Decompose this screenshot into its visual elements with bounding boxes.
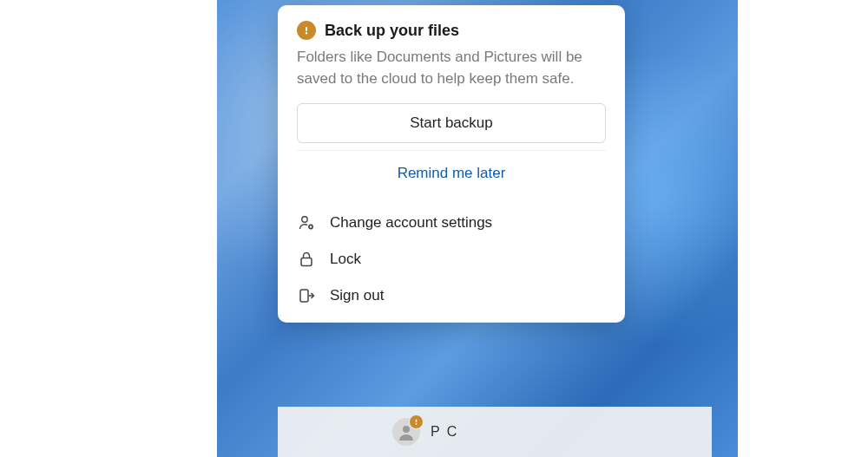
account-menu: Change account settings Lock Sign out [278,205,625,314]
warning-icon [297,21,316,40]
menu-item-label: Sign out [330,287,384,304]
menu-item-label: Change account settings [330,214,492,232]
backup-title: Back up your files [325,22,459,40]
change-account-settings-item[interactable]: Change account settings [285,205,618,241]
svg-point-8 [416,423,418,425]
svg-rect-0 [306,27,307,31]
sign-out-icon [297,286,316,305]
sign-out-item[interactable]: Sign out [285,277,618,314]
account-flyout: Back up your files Folders like Document… [278,5,625,323]
remind-later-button[interactable]: Remind me later [297,150,606,193]
taskbar: P C [278,407,712,457]
svg-point-6 [403,426,410,433]
svg-point-2 [302,217,307,222]
user-avatar [392,418,420,446]
svg-rect-4 [301,258,312,266]
taskbar-user-name: P C [431,424,458,440]
svg-rect-7 [416,420,418,423]
start-backup-button[interactable]: Start backup [297,103,606,143]
backup-header: Back up your files [278,21,625,42]
lock-icon [297,250,316,269]
lock-item[interactable]: Lock [285,241,618,277]
svg-rect-5 [300,290,308,302]
taskbar-user-button[interactable]: P C [382,413,469,451]
menu-item-label: Lock [330,251,361,268]
warning-icon [409,415,424,429]
backup-description: Folders like Documents and Pictures will… [278,42,625,103]
svg-point-1 [306,32,307,34]
user-gear-icon [297,213,316,232]
